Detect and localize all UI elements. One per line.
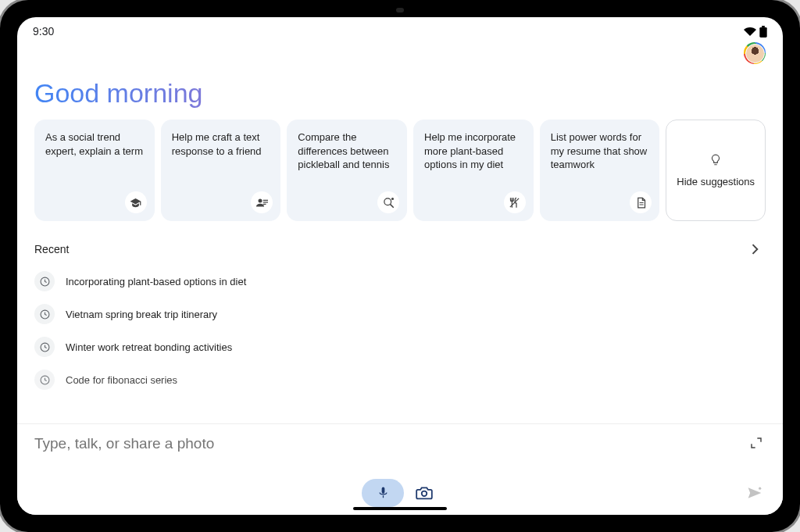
recent-title: Recent [34,243,69,255]
recent-item-label: Vietnam spring break trip itinerary [66,309,217,320]
svg-rect-5 [263,203,266,204]
svg-rect-3 [263,199,268,200]
svg-point-8 [391,197,393,199]
svg-point-19 [422,491,427,497]
suggestion-card[interactable]: Help me incorporate more plant-based opt… [413,120,534,221]
profile-avatar[interactable] [744,42,766,64]
history-icon [34,271,55,291]
recent-item-label: Winter work retreat bonding activities [66,341,232,353]
svg-line-9 [510,198,519,206]
send-button[interactable] [747,486,762,500]
recent-item-label: Incorporating plant-based options in die… [66,276,246,287]
recent-expand-button[interactable] [744,238,766,260]
svg-point-20 [759,487,761,490]
suggestion-text: Help me craft a text response to a frien… [172,131,262,157]
front-camera [396,8,404,12]
recent-item-label: Code for fibonacci series [66,374,177,386]
suggestion-text: Help me incorporate more plant-based opt… [424,131,516,170]
history-icon [34,370,55,390]
svg-rect-4 [263,202,268,202]
sport-icon [377,191,399,213]
expand-icon[interactable] [750,437,762,449]
svg-rect-0 [759,27,766,37]
status-bar: 9:30 [17,17,783,42]
greeting-title: Good morning [34,78,766,109]
lightbulb-icon [710,154,721,166]
hide-suggestions-button[interactable]: Hide suggestions [666,120,766,221]
document-icon [630,191,652,213]
recent-header: Recent [34,238,766,260]
svg-point-2 [258,198,262,202]
camera-button[interactable] [410,479,438,507]
history-icon [34,304,55,324]
suggestion-card[interactable]: As a social trend expert, explain a term [34,120,155,221]
screen: 9:30 Good morning As a soci [17,17,783,515]
mic-button[interactable] [362,479,404,507]
person-list-icon [251,191,273,213]
recent-item[interactable]: Incorporating plant-based options in die… [34,265,766,298]
nav-handle[interactable] [353,507,447,510]
prompt-input[interactable] [34,435,620,452]
history-icon [34,337,55,357]
suggestion-text: As a social trend expert, explain a term [45,131,143,157]
svg-line-7 [390,204,393,207]
recent-item[interactable]: Code for fibonacci series [34,363,766,396]
suggestion-card[interactable]: Help me craft a text response to a frien… [161,120,281,221]
status-icons [744,26,767,37]
battery-icon [759,26,767,37]
suggestion-text: Compare the differences between pickleba… [298,131,389,170]
svg-rect-1 [762,26,765,27]
tablet-frame: 9:30 Good morning As a soci [0,0,800,532]
recent-list: Incorporating plant-based options in die… [34,265,766,396]
suggestion-text: List power words for my resume that show… [551,131,648,170]
svg-point-6 [384,198,391,205]
recent-item[interactable]: Winter work retreat bonding activities [34,330,766,363]
input-bar [17,423,783,515]
suggestions-row: As a social trend expert, explain a term… [34,120,766,221]
suggestion-card[interactable]: Compare the differences between pickleba… [287,120,407,221]
clock: 9:30 [33,25,54,37]
recent-item[interactable]: Vietnam spring break trip itinerary [34,298,766,330]
hide-suggestions-label: Hide suggestions [677,176,755,187]
wifi-icon [744,27,756,36]
svg-rect-17 [381,487,384,494]
school-icon [125,191,147,213]
food-icon [504,191,526,213]
suggestion-card[interactable]: List power words for my resume that show… [540,120,660,221]
